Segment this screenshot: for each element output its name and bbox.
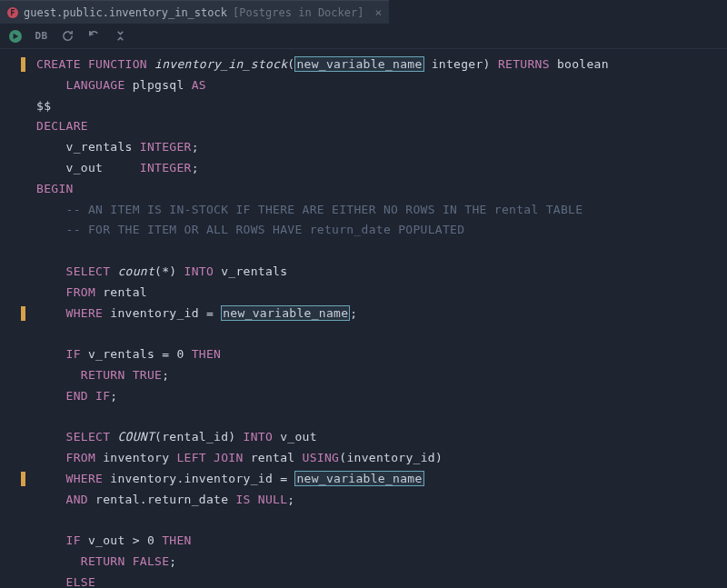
rename-highlight[interactable]: new_variable_name [294,471,423,486]
code-editor[interactable]: CREATE FUNCTION inventory_in_stock(new_v… [0,49,727,588]
refresh-icon[interactable] [61,29,75,43]
close-icon[interactable]: × [374,5,382,19]
editor-tab[interactable]: F guest.public.inventory_in_stock [Postg… [0,0,389,24]
rename-highlight[interactable]: new_variable_name [221,305,350,321]
tab-bar: F guest.public.inventory_in_stock [Postg… [0,0,727,24]
tab-title: guest.public.inventory_in_stock [24,6,227,19]
editor-toolbar: DB [0,24,727,49]
function-icon: F [7,7,18,18]
undo-icon[interactable] [87,29,101,43]
tab-context: [Postgres in Docker] [233,6,364,19]
db-icon[interactable]: DB [35,29,48,43]
collapse-icon[interactable] [114,29,127,43]
rename-highlight[interactable]: new_variable_name [294,56,423,72]
run-button[interactable] [9,30,22,43]
